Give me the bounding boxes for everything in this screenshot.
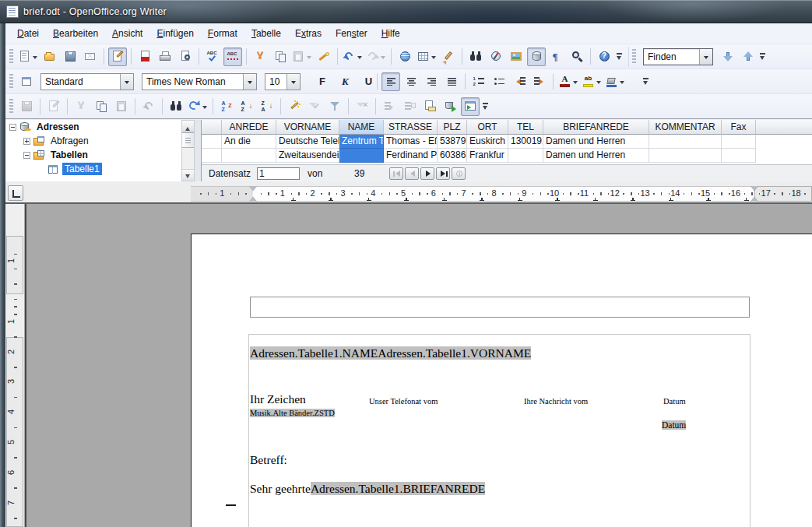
background-color-button[interactable] [604, 72, 626, 91]
menu-fenster[interactable]: Fenster [329, 25, 374, 42]
vertical-ruler[interactable]: 11234567 [5, 204, 24, 527]
export-pdf-button[interactable] [135, 47, 154, 66]
column-header-VORNAME[interactable]: VORNAME [276, 120, 339, 135]
new-record-button[interactable] [452, 167, 466, 180]
undo-button[interactable] [342, 47, 364, 66]
standard-filter-button[interactable] [325, 97, 344, 116]
sort-ascending-button[interactable] [237, 97, 256, 116]
auto-filter-button[interactable] [285, 97, 304, 116]
dropdown-arrow-icon[interactable] [595, 73, 602, 90]
menu-format[interactable]: Format [201, 25, 244, 42]
unser-telefonat-label[interactable]: Unser Telefonat vom [369, 397, 438, 406]
font-combo-dropdown-button[interactable] [243, 74, 256, 90]
formatting-marks-button[interactable] [547, 47, 566, 66]
grid-cell[interactable]: Thomas - Eß [384, 135, 438, 149]
standard-toolbar-overflow-button[interactable] [615, 47, 626, 66]
font-color-button[interactable] [557, 72, 579, 91]
tree-item-tabellen[interactable]: Tabellen [5, 148, 181, 162]
column-header-row-selector[interactable] [202, 120, 222, 135]
grid-cell[interactable]: Damen und Herren [543, 149, 649, 163]
column-header-BRIEFANREDE[interactable]: BRIEFANREDE [543, 120, 649, 135]
anrede-prefix[interactable]: Sehr geehrte [250, 482, 311, 495]
save-record-button[interactable] [17, 97, 36, 116]
paste-button[interactable] [291, 47, 313, 66]
find-toolbar-grip[interactable] [632, 49, 636, 65]
format-paintbrush-button[interactable] [315, 47, 333, 66]
separator[interactable] [131, 48, 132, 65]
find-next-button[interactable] [718, 47, 736, 66]
ihr-zeichen-label[interactable]: Ihr Zeichen [250, 392, 306, 406]
separator[interactable] [462, 48, 462, 65]
explorer-on-off-button[interactable] [461, 97, 480, 116]
table-data-overflow-button[interactable] [481, 97, 492, 116]
auto-spellcheck-button[interactable] [223, 47, 242, 66]
grid-cell[interactable]: Deutsche Telek [276, 135, 339, 149]
hyperlink-button[interactable] [395, 47, 414, 66]
mail-merge-button[interactable] [420, 97, 439, 116]
data-sources-button[interactable] [527, 47, 546, 66]
redo-button[interactable] [365, 47, 387, 66]
find-previous-button[interactable] [738, 47, 757, 66]
column-header-ORT[interactable]: ORT [467, 120, 508, 135]
dropdown-arrow-icon[interactable] [430, 48, 437, 65]
row-selector-cell[interactable] [202, 135, 222, 149]
menu-bearbeiten[interactable]: Bearbeiten [46, 25, 105, 42]
tab-type-selector-button[interactable] [8, 185, 23, 201]
justify-button[interactable] [442, 72, 461, 91]
data-source-of-document-button[interactable] [441, 97, 459, 116]
column-header-Fax[interactable]: Fax [722, 120, 756, 135]
find-combo-dropdown-button[interactable] [699, 49, 712, 65]
grid-cell[interactable] [649, 135, 722, 149]
dropdown-arrow-icon[interactable] [305, 48, 312, 65]
betreff-label[interactable]: Betreff: [250, 453, 287, 467]
separator[interactable] [162, 98, 163, 114]
copy-button[interactable] [271, 47, 290, 66]
grid-cell[interactable] [722, 149, 756, 163]
menu-einfuegen[interactable]: Einfügen [149, 25, 200, 42]
musik-line[interactable]: Musik.Alte Bänder.ZSTD [250, 409, 335, 417]
tree-item-tabelle1[interactable]: Tabelle1 [5, 162, 181, 176]
grid-cell[interactable]: Frankfur [467, 149, 508, 163]
font-name-value[interactable]: Times New Roman [142, 76, 243, 87]
styles-button[interactable] [17, 72, 36, 91]
scroll-up-button[interactable] [182, 121, 194, 132]
grid-cell[interactable]: Damen und Herren [543, 135, 649, 149]
grid-cell[interactable] [722, 135, 756, 149]
grid-cell[interactable] [649, 149, 722, 163]
datum-line[interactable]: Datum [662, 420, 686, 430]
column-header-NAME[interactable]: NAME [339, 120, 384, 135]
copy-record-button[interactable] [92, 97, 111, 116]
expander-icon[interactable] [9, 124, 16, 131]
open-button[interactable] [40, 47, 59, 66]
apply-filter-button[interactable] [305, 97, 324, 116]
recipient-field-line[interactable]: Adressen.Tabelle1.NAMEAdressen.Tabelle1.… [250, 346, 531, 360]
find-input[interactable] [644, 51, 699, 62]
separator[interactable] [246, 48, 247, 65]
dropdown-arrow-icon[interactable] [31, 48, 38, 65]
column-header-KOMMENTAR[interactable]: KOMMENTAR [649, 120, 722, 135]
grid-cell[interactable]: An die [222, 135, 276, 149]
separator[interactable] [348, 98, 349, 114]
menu-hilfe[interactable]: Hilfe [374, 25, 407, 42]
previous-record-button[interactable] [405, 167, 419, 180]
find-record-button[interactable] [167, 97, 185, 116]
menu-extras[interactable]: Extras [288, 25, 329, 42]
anrede-line[interactable]: Sehr geehrteAdressen.Tabelle1.BRIEFANRED… [250, 482, 485, 496]
formatting-toolbar-overflow-button[interactable] [642, 72, 652, 91]
row-selector-cell[interactable] [202, 149, 222, 163]
grid-cell[interactable]: 1300191 [508, 135, 543, 149]
datum-field[interactable]: Datum [662, 420, 686, 430]
size-combo-dropdown-button[interactable] [286, 74, 300, 90]
toolbar-grip[interactable] [9, 74, 13, 90]
grid-cell[interactable]: Zweitausendei [276, 149, 339, 163]
separator[interactable] [199, 48, 199, 65]
sort-button[interactable] [217, 97, 236, 116]
explorer-splitter[interactable] [195, 120, 202, 181]
bold-button[interactable]: F [305, 72, 326, 91]
font-size-value[interactable]: 10 [265, 76, 286, 87]
dropdown-arrow-icon[interactable] [571, 73, 578, 90]
grid-cell[interactable] [339, 149, 384, 163]
expander-icon[interactable] [23, 138, 30, 145]
zoom-button[interactable] [568, 47, 586, 66]
bullet-list-button[interactable] [490, 72, 508, 91]
